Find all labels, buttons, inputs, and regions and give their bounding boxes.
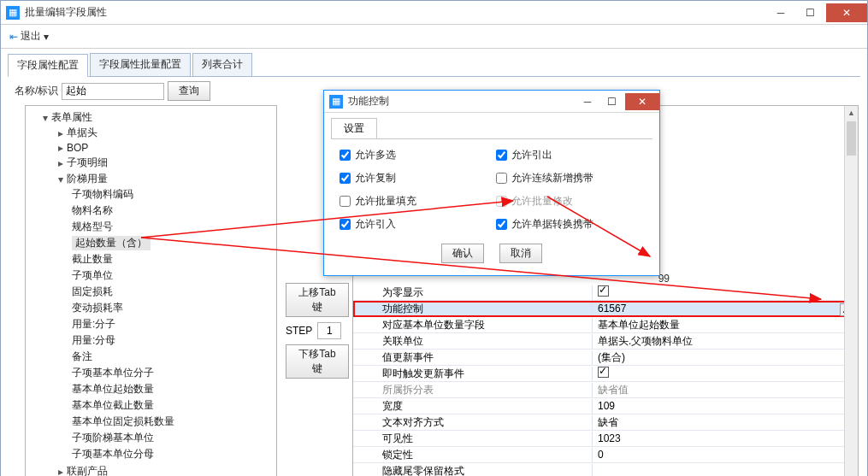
- tree-leaf[interactable]: 基本单位起始数量: [72, 381, 276, 397]
- checkbox-input[interactable]: [496, 219, 507, 230]
- property-value[interactable]: [593, 285, 858, 299]
- tree-leaf[interactable]: 子项基本单位分子: [72, 365, 276, 381]
- step-input[interactable]: [317, 322, 341, 339]
- tab-list-total[interactable]: 列表合计: [192, 53, 252, 76]
- tree-leaf[interactable]: 截止数量: [72, 251, 276, 267]
- tabs: 字段属性配置 字段属性批量配置 列表合计: [8, 53, 860, 77]
- property-row[interactable]: 功能控制61567…: [353, 301, 858, 317]
- tab-field-config[interactable]: 字段属性配置: [8, 54, 88, 77]
- tree-node[interactable]: BOP: [67, 142, 88, 154]
- dialog-minimize-button[interactable]: [576, 93, 599, 110]
- tree-node[interactable]: 联副产品: [67, 464, 108, 476]
- tree-leaf[interactable]: 备注: [72, 349, 276, 365]
- dialog-maximize-button[interactable]: [599, 93, 623, 110]
- dialog-close-button[interactable]: [625, 93, 659, 110]
- tree-leaf[interactable]: 子项物料编码: [72, 186, 276, 203]
- property-name: 隐藏尾零保留格式: [353, 464, 593, 477]
- tree-leaf[interactable]: 物料名称: [72, 203, 276, 219]
- minimize-button[interactable]: [766, 3, 795, 22]
- checkbox-input[interactable]: [340, 173, 351, 184]
- step-label: STEP: [286, 325, 312, 337]
- collapse-icon[interactable]: ▾: [56, 173, 65, 185]
- checkbox-icon[interactable]: [598, 367, 609, 378]
- option-checkbox[interactable]: 允许复制: [340, 171, 487, 185]
- property-value[interactable]: [593, 367, 858, 380]
- search-label: 名称/标识: [15, 84, 58, 98]
- tree-leaf[interactable]: 基本单位截止数量: [72, 397, 276, 414]
- property-name: 宽度: [353, 399, 593, 414]
- property-value[interactable]: 1023: [593, 432, 858, 444]
- maximize-button[interactable]: [795, 3, 824, 22]
- property-row[interactable]: 即时触发更新事件: [353, 366, 858, 382]
- cancel-button[interactable]: 取消: [499, 244, 542, 263]
- close-button[interactable]: [826, 3, 867, 22]
- option-checkbox[interactable]: 允许引出: [496, 148, 644, 162]
- dialog-titlebar[interactable]: ▦ 功能控制: [324, 91, 659, 113]
- tree-leaf[interactable]: 用量:分子: [72, 316, 276, 332]
- checkbox-input[interactable]: [496, 150, 507, 161]
- property-row[interactable]: 文本对齐方式缺省: [353, 414, 858, 431]
- property-value[interactable]: 缺省: [593, 415, 858, 430]
- checkbox-input[interactable]: [340, 219, 351, 230]
- expand-icon[interactable]: ▸: [56, 157, 65, 169]
- expand-icon[interactable]: ▸: [56, 127, 65, 139]
- property-value[interactable]: 61567…: [593, 303, 858, 314]
- move-down-tab-button[interactable]: 下移Tab键: [286, 344, 349, 379]
- property-value[interactable]: 单据头.父项物料单位: [593, 334, 858, 349]
- tab-batch-config[interactable]: 字段属性批量配置: [90, 53, 191, 76]
- property-row[interactable]: 宽度109: [353, 398, 858, 414]
- collapse-icon[interactable]: ▾: [41, 112, 50, 124]
- option-checkbox[interactable]: 允许引入: [340, 217, 487, 232]
- exit-button[interactable]: ⇤ 退出 ▾: [6, 27, 52, 45]
- checkbox-input[interactable]: [340, 196, 351, 207]
- tree-leaf[interactable]: 用量:分母: [72, 332, 276, 349]
- property-value[interactable]: 0: [593, 449, 858, 461]
- move-up-tab-button[interactable]: 上移Tab键: [286, 283, 349, 317]
- option-checkbox[interactable]: 允许批量填充: [340, 194, 487, 209]
- search-input[interactable]: [62, 83, 164, 100]
- property-row[interactable]: 为零显示: [353, 285, 858, 301]
- property-value[interactable]: (集合): [593, 350, 858, 365]
- search-button[interactable]: 查询: [168, 81, 210, 101]
- tree-leaf[interactable]: 子项单位: [72, 267, 276, 284]
- tree-leaf[interactable]: 变动损耗率: [72, 300, 276, 316]
- tree-leaf[interactable]: 子项基本单位分母: [72, 446, 276, 462]
- dialog-title: 功能控制: [348, 94, 576, 109]
- tree-leaf[interactable]: 基本单位固定损耗数量: [72, 414, 276, 430]
- property-value[interactable]: 缺省值: [593, 383, 858, 397]
- property-row[interactable]: 值更新事件(集合): [353, 350, 858, 366]
- property-row[interactable]: 可见性1023: [353, 431, 858, 447]
- tree-leaf[interactable]: 子项阶梯基本单位: [72, 430, 276, 446]
- property-row[interactable]: 对应基本单位数量字段基本单位起始数量: [353, 317, 858, 333]
- expand-icon[interactable]: ▸: [56, 142, 65, 154]
- tree-leaf[interactable]: 规格型号: [72, 219, 276, 235]
- property-name: 值更新事件: [353, 350, 593, 365]
- tree-leaf-selected[interactable]: 起始数量（含）: [72, 235, 276, 251]
- checkbox-input[interactable]: [340, 150, 351, 161]
- property-row[interactable]: 锁定性0: [353, 447, 858, 463]
- scroll-up-icon[interactable]: ▲: [845, 106, 858, 120]
- ok-button[interactable]: 确认: [441, 244, 484, 263]
- property-row[interactable]: 所属拆分表缺省值: [353, 382, 858, 398]
- tree-panel[interactable]: ▾表单属性 ▸单据头 ▸BOP ▸子项明细 ▾阶梯用量 子项物料编码 物料名称 …: [25, 105, 277, 476]
- property-row[interactable]: 关联单位单据头.父项物料单位: [353, 333, 858, 350]
- checkbox-input[interactable]: [496, 173, 507, 184]
- property-row[interactable]: 隐藏尾零保留格式: [353, 463, 858, 476]
- tree-node[interactable]: 阶梯用量: [67, 172, 108, 186]
- property-name: 对应基本单位数量字段: [353, 318, 593, 332]
- expand-icon[interactable]: ▸: [56, 466, 65, 477]
- property-value[interactable]: 109: [593, 400, 858, 412]
- dialog-tab-settings[interactable]: 设置: [331, 118, 377, 138]
- tree-node[interactable]: 单据头: [67, 126, 97, 140]
- checkbox-icon[interactable]: [598, 285, 609, 297]
- tree-node[interactable]: 子项明细: [67, 156, 108, 170]
- option-checkbox[interactable]: 允许单据转换携带: [496, 217, 644, 232]
- option-checkbox[interactable]: 允许连续新增携带: [496, 171, 644, 185]
- tree-leaf[interactable]: 固定损耗: [72, 284, 276, 300]
- property-value[interactable]: 基本单位起始数量: [593, 318, 858, 332]
- dropdown-icon: ▾: [44, 31, 49, 43]
- scroll-thumb[interactable]: [847, 121, 856, 156]
- vertical-scrollbar[interactable]: ▲ ▼: [844, 106, 858, 476]
- tree-root[interactable]: 表单属性: [51, 110, 92, 125]
- option-checkbox[interactable]: 允许多选: [340, 148, 487, 162]
